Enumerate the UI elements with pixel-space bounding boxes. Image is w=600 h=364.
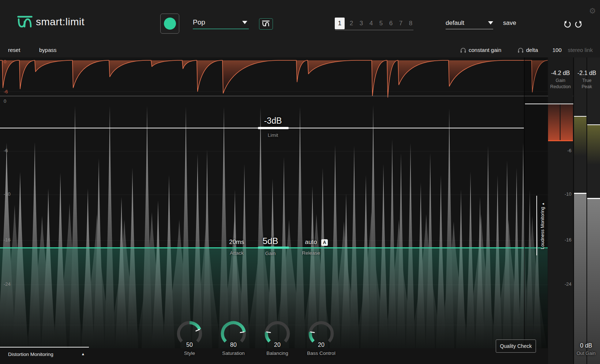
chevron-down-icon: [488, 21, 493, 25]
stereo-link-value[interactable]: 100: [552, 47, 562, 53]
state-selector: 12345678: [335, 17, 417, 30]
state-button-4[interactable]: 4: [368, 18, 374, 29]
meter-scale-tick--24: -24: [553, 281, 571, 287]
preset-select-underline: [446, 29, 493, 30]
genre-select-underline: [193, 29, 249, 29]
knob-arc: [306, 320, 337, 345]
limit-line-handle[interactable]: [258, 127, 289, 129]
stereo-link-label: stereo link: [568, 47, 593, 53]
headphones-icon: [518, 48, 524, 53]
app-title: smart:limit: [36, 16, 85, 28]
headphones-icon: [460, 48, 466, 53]
scale-tick--10: -10: [4, 191, 11, 197]
genre-select-value: Pop: [193, 18, 205, 26]
state-button-1[interactable]: 1: [335, 18, 345, 29]
gain-label: Gain: [252, 251, 289, 256]
chevron-down-icon: [242, 21, 247, 24]
out-gain-value[interactable]: 0 dB: [564, 342, 600, 349]
distortion-monitoring-button[interactable]: Distortion Monitoring ▲: [0, 348, 89, 364]
true-peak-value: -2.1 dB: [565, 70, 600, 76]
knob-needle: [240, 332, 244, 333]
gr-meter-bar: [548, 104, 573, 140]
attack-label: Attack: [218, 250, 255, 256]
gr-scale-tick--6: -6: [4, 89, 8, 94]
knob-label: Style: [168, 350, 211, 356]
gridline: [0, 151, 548, 151]
gr-scale-tick-0: 0: [4, 59, 6, 64]
state-selector-underline: [335, 30, 413, 30]
limit-value[interactable]: -3dB: [251, 116, 295, 126]
knob-needle: [311, 332, 314, 333]
distortion-monitoring-label: Distortion Monitoring: [8, 352, 53, 357]
knob-bass-control[interactable]: 20Bass Control: [306, 320, 337, 361]
state-button-6[interactable]: 6: [388, 18, 394, 29]
output-level-fill: [587, 199, 600, 364]
preset-select-value: default: [446, 19, 464, 27]
loudness-monitoring-line: [536, 196, 537, 255]
graph-separator: [0, 96, 600, 96]
meter-scale-tick--10: -10: [553, 191, 571, 197]
state-button-5[interactable]: 5: [378, 18, 384, 29]
knob-label: Bass Control: [299, 350, 343, 356]
attack-value[interactable]: 20ms: [218, 239, 255, 246]
gridline: [0, 195, 548, 195]
knob-value: 20: [306, 342, 337, 348]
smart-limit-window: smart:limit Pop 12345678 default save: [0, 0, 600, 364]
sonible-logo-icon: [17, 15, 33, 30]
constant-gain-toggle[interactable]: constant gain: [469, 47, 501, 53]
knob-style[interactable]: 50Style: [174, 320, 205, 361]
output-peak-zone: [574, 117, 586, 156]
true-peak-label-2: Peak: [565, 84, 600, 89]
expand-arrow-icon: ▲: [541, 202, 545, 206]
knob-saturation[interactable]: 80Saturation: [218, 320, 249, 361]
output-peak-zone: [587, 125, 600, 165]
knob-value: 80: [218, 342, 249, 348]
knob-value: 20: [262, 342, 293, 348]
scale-tick--6: -6: [4, 148, 8, 153]
gain-line-handle[interactable]: [258, 247, 289, 249]
knob-value: 50: [174, 342, 205, 348]
state-button-3[interactable]: 3: [358, 18, 364, 29]
out-gain-label: Out Gain: [564, 350, 600, 356]
scale-tick--16: -16: [4, 237, 11, 243]
quality-check-button[interactable]: Quality Check: [496, 339, 536, 353]
sonible-glyph-icon: [261, 20, 270, 27]
gain-reduction-trace-graph: [0, 57, 548, 98]
learning-record-button[interactable]: [160, 14, 179, 34]
reset-button[interactable]: reset: [8, 47, 20, 53]
gain-value[interactable]: 5dB: [252, 236, 289, 246]
settings-gear-icon[interactable]: ⚙: [589, 7, 596, 15]
knob-label: Saturation: [211, 350, 255, 356]
true-peak-label-1: True: [565, 78, 600, 83]
output-meter-right: [587, 57, 600, 364]
knob-arc: [218, 320, 249, 345]
preset-select[interactable]: default: [446, 18, 493, 29]
output-meter-left: [574, 57, 586, 364]
state-button-8[interactable]: 8: [408, 18, 414, 29]
knob-arc: [262, 320, 293, 345]
meter-scale-tick--6: -6: [553, 148, 571, 153]
bypass-button[interactable]: bypass: [39, 47, 57, 53]
meter-scale-tick--16: -16: [553, 237, 571, 243]
genre-select[interactable]: Pop: [193, 17, 249, 29]
undo-icon[interactable]: [563, 19, 573, 29]
gr-meter-channel-divider: [560, 104, 560, 141]
smart-learning-button[interactable]: [259, 18, 273, 30]
loudness-monitoring-button[interactable]: Loudness Monitoring ▲: [540, 193, 546, 259]
state-button-7[interactable]: 7: [398, 18, 404, 29]
state-button-2[interactable]: 2: [348, 18, 355, 29]
knob-label: Balancing: [255, 350, 299, 356]
limiter-display: 0-60-6-10-16-24 -3dB Limit 20ms 5dB auto…: [0, 57, 600, 364]
save-button[interactable]: save: [503, 19, 516, 27]
expand-arrow-icon: ▲: [81, 352, 85, 356]
scale-tick--24: -24: [4, 281, 11, 287]
quality-check-label: Quality Check: [500, 343, 532, 349]
record-circle-icon: [164, 18, 176, 30]
auto-release-badge[interactable]: A: [321, 239, 328, 246]
delta-toggle[interactable]: delta: [526, 47, 538, 53]
knob-balancing[interactable]: 20Balancing: [262, 320, 293, 361]
auto-badge-letter: A: [323, 240, 326, 245]
knob-arc: [174, 320, 205, 345]
output-level-fill: [574, 194, 586, 364]
redo-icon[interactable]: [573, 19, 583, 29]
